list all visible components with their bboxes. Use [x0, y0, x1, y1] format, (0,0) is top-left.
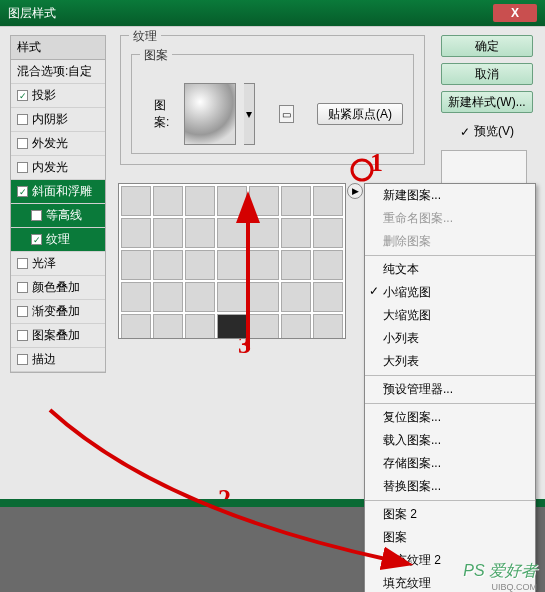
checkbox[interactable]	[31, 210, 42, 221]
menu-item[interactable]: 小列表	[365, 327, 535, 350]
watermark: PS 爱好者	[463, 561, 537, 582]
checkbox[interactable]: ✓	[31, 234, 42, 245]
preview-checkbox[interactable]: ✓	[460, 125, 470, 139]
sidebar-item-1[interactable]: 内阴影	[11, 108, 105, 132]
checkbox[interactable]: ✓	[17, 186, 28, 197]
sidebar-item-11[interactable]: 描边	[11, 348, 105, 372]
preview-toggle[interactable]: ✓ 预览(V)	[441, 123, 533, 140]
circle-1	[350, 158, 374, 182]
sidebar-item-3[interactable]: 内发光	[11, 156, 105, 180]
menu-item: 重命名图案...	[365, 207, 535, 230]
cancel-button[interactable]: 取消	[441, 63, 533, 85]
right-panel: 确定 取消 新建样式(W)... ✓ 预览(V)	[441, 35, 533, 206]
menu-item[interactable]: 纯文本	[365, 258, 535, 281]
new-pattern-icon[interactable]: ▭	[279, 105, 294, 123]
menu-item[interactable]: 大缩览图	[365, 304, 535, 327]
arrow-3	[118, 185, 358, 365]
menu-item[interactable]: 预设管理器...	[365, 378, 535, 401]
sidebar-item-2[interactable]: 外发光	[11, 132, 105, 156]
blend-options-row[interactable]: 混合选项:自定	[11, 60, 105, 84]
checkbox[interactable]	[17, 138, 28, 149]
sidebar-item-4[interactable]: ✓斜面和浮雕	[11, 180, 105, 204]
checkbox[interactable]	[17, 258, 28, 269]
styles-sidebar: 样式 混合选项:自定 ✓投影内阴影外发光内发光✓斜面和浮雕等高线✓纹理光泽颜色叠…	[10, 35, 106, 373]
sidebar-item-9[interactable]: 渐变叠加	[11, 300, 105, 324]
checkbox[interactable]	[17, 114, 28, 125]
pattern-label: 图案:	[154, 97, 176, 131]
close-button[interactable]: X	[493, 4, 537, 22]
new-style-button[interactable]: 新建样式(W)...	[441, 91, 533, 113]
title-text: 图层样式	[8, 5, 493, 22]
pattern-group: 图案 图案: ▾ ▭ 贴紧原点(A)	[131, 54, 414, 154]
pattern-preview[interactable]	[184, 83, 235, 145]
ok-button[interactable]: 确定	[441, 35, 533, 57]
checkbox[interactable]	[17, 162, 28, 173]
sidebar-item-10[interactable]: 图案叠加	[11, 324, 105, 348]
menu-item[interactable]: ✓小缩览图	[365, 281, 535, 304]
checkbox[interactable]: ✓	[17, 90, 28, 101]
sidebar-item-0[interactable]: ✓投影	[11, 84, 105, 108]
title-bar: 图层样式 X	[0, 0, 545, 26]
arrow-2	[40, 400, 420, 580]
checkbox[interactable]	[17, 282, 28, 293]
sidebar-item-7[interactable]: 光泽	[11, 252, 105, 276]
watermark-url: UIBQ.COM	[491, 582, 537, 592]
pattern-dropdown[interactable]: ▾	[244, 83, 256, 145]
sidebar-item-6[interactable]: ✓纹理	[11, 228, 105, 252]
svg-point-0	[352, 160, 372, 180]
sidebar-header: 样式	[11, 36, 105, 60]
menu-item[interactable]: 大列表	[365, 350, 535, 373]
snap-origin-button[interactable]: 贴紧原点(A)	[317, 103, 403, 125]
texture-group: 纹理 图案 图案: ▾ ▭ 贴紧原点(A)	[120, 35, 425, 165]
menu-item[interactable]: 新建图案...	[365, 184, 535, 207]
checkbox[interactable]	[17, 354, 28, 365]
checkbox[interactable]	[17, 306, 28, 317]
pattern-group-label: 图案	[140, 47, 172, 64]
sidebar-item-5[interactable]: 等高线	[11, 204, 105, 228]
checkbox[interactable]	[17, 330, 28, 341]
texture-group-label: 纹理	[129, 28, 161, 45]
menu-item: 删除图案	[365, 230, 535, 253]
sidebar-item-8[interactable]: 颜色叠加	[11, 276, 105, 300]
